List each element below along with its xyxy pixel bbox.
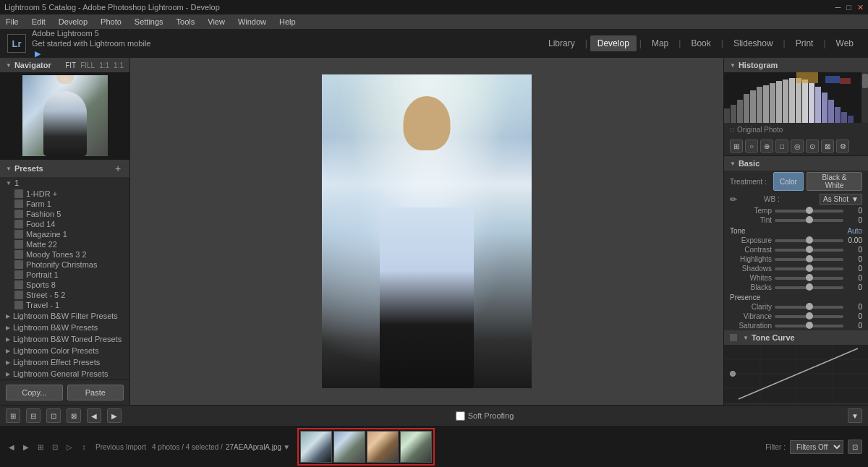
filmstrip-next-btn[interactable]: ▶: [20, 441, 32, 453]
nav-back-btn[interactable]: ◀: [87, 408, 101, 423]
filmstrip-expand-btn[interactable]: ⊡: [848, 440, 862, 454]
menu-tools[interactable]: Tools: [174, 17, 198, 26]
blacks-slider[interactable]: [775, 286, 843, 289]
graduated-tool-btn[interactable]: □: [775, 140, 788, 153]
preset-item-matte[interactable]: Matte 22: [0, 239, 129, 249]
zoom-1-1-alt[interactable]: 1:1: [114, 61, 124, 69]
preset-item-food[interactable]: Food 14: [0, 219, 129, 229]
clarity-slider[interactable]: [775, 306, 843, 309]
nav-fwd-btn[interactable]: ▶: [107, 408, 122, 423]
highlights-thumb[interactable]: [806, 255, 813, 262]
menu-window[interactable]: Window: [235, 17, 269, 26]
filmstrip-home-btn[interactable]: ⊞: [35, 441, 46, 453]
vibrance-thumb[interactable]: [806, 312, 813, 320]
close-btn[interactable]: ✕: [857, 3, 864, 12]
wb-eyedropper[interactable]: ✏: [730, 194, 737, 205]
clarity-thumb[interactable]: [806, 303, 813, 310]
view-survey-btn[interactable]: ⊠: [67, 408, 81, 423]
contrast-slider[interactable]: [775, 249, 843, 252]
settings-tool-btn[interactable]: ⚙: [836, 140, 849, 153]
shadows-thumb[interactable]: [806, 265, 813, 272]
menu-edit[interactable]: Edit: [29, 17, 48, 26]
tab-develop[interactable]: Develop: [590, 35, 637, 51]
preset-group-1-header[interactable]: ▼ 1: [0, 177, 129, 189]
filmstrip-forward-btn[interactable]: ▷: [64, 441, 75, 453]
view-grid-btn[interactable]: ⊞: [6, 408, 20, 423]
shadows-slider[interactable]: [775, 267, 843, 270]
exposure-slider[interactable]: [775, 239, 843, 242]
vibrance-slider[interactable]: [775, 315, 843, 318]
preset-item-magazine[interactable]: Magazine 1: [0, 229, 129, 239]
preset-item-street[interactable]: Street - 5 2: [0, 290, 129, 300]
histogram-scrollbar[interactable]: [861, 72, 868, 123]
toolbar-expand-btn[interactable]: ▼: [848, 408, 862, 423]
preset-item-travel[interactable]: Travel - 1: [0, 300, 129, 310]
film-thumb-4[interactable]: [400, 431, 432, 463]
redeye-tool-btn[interactable]: ⊕: [760, 140, 773, 153]
contrast-thumb[interactable]: [806, 246, 813, 253]
histogram-clip-btn[interactable]: ⊠: [821, 140, 834, 153]
tab-print[interactable]: Print: [788, 35, 821, 51]
menu-help[interactable]: Help: [276, 17, 299, 26]
soft-proofing-checkbox[interactable]: [456, 411, 465, 421]
filmstrip-sort-btn[interactable]: ↕: [78, 441, 90, 453]
view-detail-btn[interactable]: ⊡: [46, 408, 61, 423]
presets-add-button[interactable]: +: [112, 163, 124, 174]
basic-header[interactable]: ▼ Basic: [724, 156, 868, 171]
preset-item-fashion[interactable]: Fashion 5: [0, 209, 129, 219]
filmstrip-prev-btn[interactable]: ◀: [6, 441, 17, 453]
menu-file[interactable]: File: [3, 17, 22, 26]
maximize-btn[interactable]: □: [846, 3, 851, 12]
saturation-thumb[interactable]: [806, 322, 813, 329]
preset-group-general[interactable]: ▶ Lightroom General Presets: [0, 368, 129, 380]
preset-item-portrait[interactable]: Portrait 1: [0, 270, 129, 280]
color-btn[interactable]: Color: [773, 172, 804, 191]
preset-group-effect[interactable]: ▶ Lightroom Effect Presets: [0, 356, 129, 368]
preset-group-bw[interactable]: ▶ Lightroom B&W Presets: [0, 322, 129, 333]
paste-button[interactable]: Paste: [67, 385, 124, 400]
filter-select[interactable]: Filters Off: [790, 440, 843, 454]
main-photo[interactable]: [322, 74, 532, 388]
adjust-tool-btn[interactable]: ⊙: [806, 140, 819, 153]
zoom-fill[interactable]: FILL: [80, 61, 95, 69]
preset-item-farm[interactable]: Farm 1: [0, 199, 129, 209]
preset-item-moody[interactable]: Moody Tones 3 2: [0, 249, 129, 260]
tone-curve-canvas[interactable]: [724, 345, 868, 403]
preset-group-bw-filter[interactable]: ▶ Lightroom B&W Filter Presets: [0, 310, 129, 322]
tab-library[interactable]: Library: [541, 35, 582, 51]
menu-view[interactable]: View: [205, 17, 228, 26]
zoom-fit[interactable]: FIT: [65, 61, 76, 69]
preset-group-bw-toned[interactable]: ▶ Lightroom B&W Toned Presets: [0, 333, 129, 345]
menu-develop[interactable]: Develop: [56, 17, 90, 26]
film-thumb-2[interactable]: [333, 431, 365, 463]
whites-slider[interactable]: [775, 277, 843, 280]
tone-curve-header[interactable]: ▼ Tone Curve: [724, 330, 868, 345]
blacks-thumb[interactable]: [806, 283, 813, 291]
tab-book[interactable]: Book: [684, 35, 718, 51]
radial-tool-btn[interactable]: ◎: [791, 140, 804, 153]
copy-button[interactable]: Copy...: [6, 385, 63, 400]
temp-slider[interactable]: [775, 210, 843, 213]
navigator-header[interactable]: ▼ Navigator FIT FILL 1:1 1:1: [0, 58, 129, 72]
preset-group-color[interactable]: ▶ Lightroom Color Presets: [0, 345, 129, 356]
whites-thumb[interactable]: [806, 274, 813, 281]
film-thumb-3[interactable]: [367, 431, 399, 463]
filename-arrow[interactable]: ▼: [283, 443, 290, 451]
zoom-1-1[interactable]: 1:1: [99, 61, 109, 69]
menu-settings[interactable]: Settings: [132, 17, 166, 26]
menu-photo[interactable]: Photo: [98, 17, 124, 26]
spot-tool-btn[interactable]: ○: [745, 140, 758, 153]
navigator-thumbnail[interactable]: [0, 72, 129, 159]
wb-dropdown[interactable]: As Shot ▼: [820, 194, 862, 205]
filmstrip-grid-btn[interactable]: ⊡: [49, 441, 61, 453]
tab-map[interactable]: Map: [644, 35, 676, 51]
minimize-btn[interactable]: ─: [835, 3, 841, 12]
histogram-scroll-thumb[interactable]: [862, 74, 868, 88]
bw-btn[interactable]: Black & White: [807, 172, 862, 191]
crop-tool-btn[interactable]: ⊞: [730, 140, 743, 153]
tint-slider[interactable]: [775, 219, 843, 222]
preset-item-sports[interactable]: Sports 8: [0, 280, 129, 290]
exposure-thumb[interactable]: [806, 236, 813, 244]
tab-slideshow[interactable]: Slideshow: [726, 35, 780, 51]
tab-web[interactable]: Web: [829, 35, 861, 51]
